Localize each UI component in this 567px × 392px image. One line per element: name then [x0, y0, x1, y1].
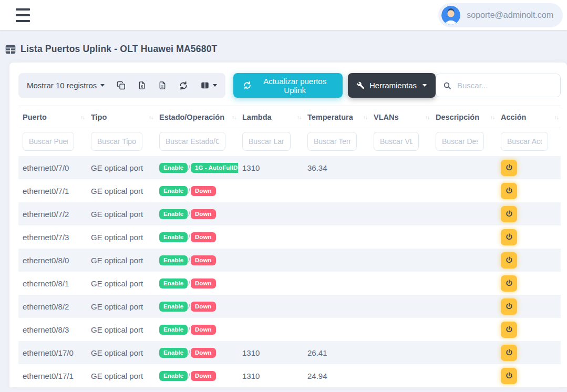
power-button[interactable]: [501, 322, 517, 338]
power-button[interactable]: [501, 368, 517, 384]
column-header-estado-operacion[interactable]: Estado/Operación↑↓: [155, 106, 238, 128]
column-header-lambda[interactable]: Lambda↑↓: [238, 106, 303, 128]
power-button[interactable]: [501, 206, 517, 222]
cell-descripcion: [431, 318, 497, 341]
cell-accion: [497, 295, 561, 318]
hamburger-icon: [16, 8, 30, 11]
power-button[interactable]: [501, 229, 517, 245]
cell-vlans: [369, 364, 431, 387]
sort-icon[interactable]: ↑↓: [361, 115, 367, 120]
filter-input-accion[interactable]: [501, 132, 548, 151]
cell-tipo: GE optical port: [87, 364, 155, 387]
power-icon: [505, 372, 513, 380]
chevron-down-icon: [422, 84, 427, 87]
cell-puerto: ethernet0/7/3: [18, 225, 87, 249]
filter-input-vlans[interactable]: [374, 132, 419, 151]
cell-vlans: [369, 202, 431, 225]
operacion-badge: Down: [191, 325, 216, 335]
power-button[interactable]: [501, 160, 517, 176]
power-button[interactable]: [501, 183, 517, 199]
refresh-icon: [243, 81, 252, 90]
filter-input-descripcion[interactable]: [436, 132, 484, 151]
sort-icon[interactable]: ↑↓: [423, 115, 429, 120]
power-icon: [505, 163, 513, 172]
cell-accion: [497, 318, 561, 341]
column-header-vlans[interactable]: VLANs↑↓: [369, 106, 431, 128]
export-excel-button[interactable]: [138, 81, 146, 90]
filter-input-temperatura[interactable]: [307, 132, 357, 151]
wrench-icon: [357, 81, 365, 89]
filter-input-tipo[interactable]: [91, 132, 142, 151]
filter-input-lambda[interactable]: [242, 132, 291, 151]
cell-puerto: ethernet0/7/1: [18, 179, 87, 202]
filter-row: [18, 128, 561, 157]
table-body: ethernet0/7/0GE optical portEnable/1G - …: [18, 156, 561, 387]
column-label-vlans: VLANs: [374, 113, 399, 121]
chevron-down-icon: [100, 84, 105, 87]
user-menu[interactable]: soporte@adminolt.com: [438, 3, 563, 27]
cell-vlans: [369, 272, 431, 295]
columns-icon: [200, 81, 210, 90]
reload-table-button[interactable]: [179, 81, 188, 90]
records-per-page-dropdown[interactable]: Mostrar 10 registros: [27, 81, 105, 90]
update-uplink-ports-button[interactable]: Actualizar puertos Uplink: [233, 73, 343, 98]
power-button[interactable]: [501, 298, 517, 315]
hamburger-menu-button[interactable]: [15, 6, 31, 24]
column-visibility-button[interactable]: [200, 81, 217, 90]
cell-temperatura: [303, 179, 369, 202]
cell-estado-operacion: Enable/1G - AutoFullD: [155, 156, 238, 179]
filter-input-estado-operacion[interactable]: [159, 132, 225, 151]
column-header-temperatura[interactable]: Temperatura↑↓: [303, 106, 369, 128]
table-row: ethernet0/8/1GE optical portEnable/Down: [18, 272, 561, 295]
cell-descripcion: [431, 202, 497, 225]
estado-badge: Enable: [159, 302, 188, 312]
operacion-badge: Down: [191, 232, 216, 242]
power-button[interactable]: [501, 275, 517, 292]
column-header-accion[interactable]: Acción↑↓: [497, 106, 561, 128]
column-header-puerto[interactable]: Puerto↑↓: [18, 106, 87, 128]
cell-estado-operacion: Enable/Down: [155, 249, 238, 272]
sort-icon[interactable]: ↑↓: [230, 115, 236, 120]
badge-separator: /: [188, 348, 190, 356]
cell-accion: [497, 272, 561, 295]
estado-badge: Enable: [159, 255, 188, 265]
column-header-descripcion[interactable]: Descripción↑↓: [431, 106, 497, 128]
filter-input-puerto[interactable]: [23, 132, 74, 151]
export-file-button[interactable]: [158, 81, 167, 90]
search-box[interactable]: [436, 74, 561, 97]
sort-icon[interactable]: ↑↓: [552, 115, 559, 120]
power-button[interactable]: [501, 345, 517, 361]
operacion-badge: Down: [191, 209, 216, 219]
header-row: Puerto↑↓Tipo↑↓Estado/Operación↑↓Lambda↑↓…: [18, 106, 561, 128]
cell-descripcion: [431, 272, 497, 295]
power-icon: [505, 187, 513, 195]
estado-badge: Enable: [159, 186, 188, 196]
search-input[interactable]: [457, 81, 562, 90]
cell-estado-operacion: Enable/Down: [155, 179, 238, 202]
cell-tipo: GE optical port: [87, 318, 155, 341]
filter-cell-puerto: [18, 128, 87, 157]
filter-cell-tipo: [87, 128, 155, 157]
sort-icon[interactable]: ↑↓: [488, 115, 494, 120]
avatar: [441, 6, 460, 25]
column-header-tipo[interactable]: Tipo↑↓: [87, 106, 155, 128]
estado-badge: Enable: [159, 325, 188, 335]
toolbar-left-group: Mostrar 10 registros: [18, 73, 225, 98]
power-button[interactable]: [501, 252, 517, 269]
cell-accion: [497, 179, 561, 202]
tools-dropdown-button[interactable]: Herramientas: [348, 73, 436, 98]
estado-badge: Enable: [159, 371, 188, 381]
column-label-descripcion: Descripción: [436, 113, 479, 121]
cell-temperatura: [303, 272, 369, 295]
sort-icon[interactable]: ↑↓: [295, 115, 301, 120]
sort-icon[interactable]: ↑↓: [147, 115, 153, 120]
sort-icon[interactable]: ↑↓: [78, 115, 85, 120]
cell-accion: [497, 225, 561, 249]
cell-vlans: [369, 341, 431, 364]
operacion-badge: Down: [191, 371, 216, 381]
cell-tipo: GE optical port: [87, 341, 155, 364]
copy-button[interactable]: [117, 81, 126, 90]
update-uplink-ports-label: Actualizar puertos Uplink: [256, 77, 333, 95]
cell-accion: [497, 364, 561, 387]
column-label-accion: Acción: [501, 113, 526, 121]
